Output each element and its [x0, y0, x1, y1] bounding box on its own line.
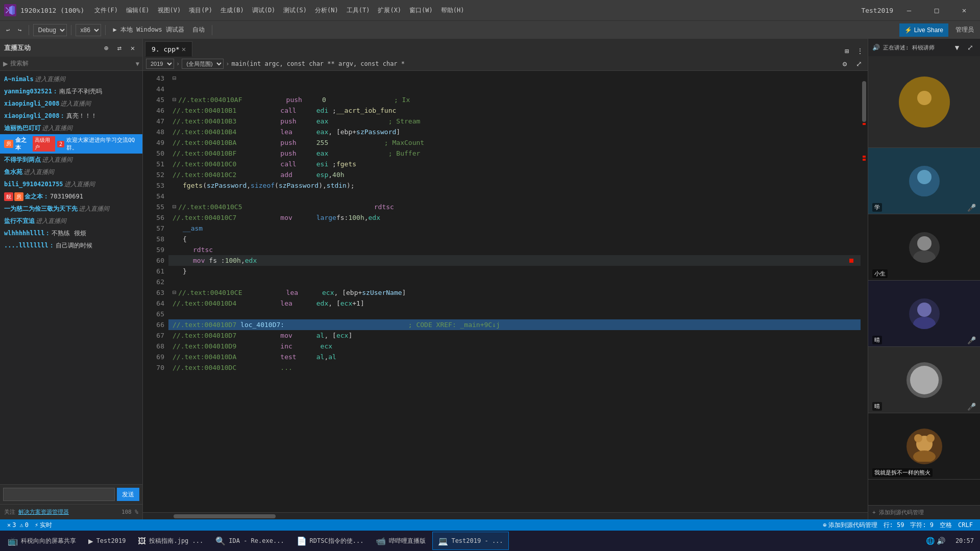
collapse-icon[interactable]: ⊟: [173, 287, 176, 298]
code-addr: //.text:004010DC: [173, 362, 280, 373]
code-reg: eax: [316, 127, 328, 137]
menu-project[interactable]: 项目(P): [185, 4, 216, 17]
taskbar-item-bilibili[interactable]: 📹 哔哔哩直播版: [370, 532, 431, 550]
taskbar-item-jpg[interactable]: 🖼 投稿指南.jpg ...: [132, 532, 209, 550]
menu-analyze[interactable]: 分析(N): [311, 4, 342, 17]
panel-close-icon[interactable]: ✕: [127, 42, 138, 54]
code-line: //.text:004010DA test al , al: [168, 352, 861, 362]
redo-button[interactable]: ↪: [15, 23, 24, 37]
list-item: ....llllllll： 自己调的时候: [0, 239, 142, 252]
scrollbar-vertical[interactable]: [861, 71, 868, 512]
list-item: 迪丽热巴叮叮 进入直播间: [0, 122, 142, 134]
add-code-label[interactable]: + 添加到源代码管理: [872, 509, 924, 516]
code-line: ⊟ //.text:004010C5 rdtsc: [168, 202, 861, 212]
status-spaces[interactable]: 空格: [937, 519, 955, 531]
run-button[interactable]: ▶ 本地 Windows 调试器: [110, 23, 187, 37]
minimize-button[interactable]: —: [897, 0, 921, 20]
code-comment: ; Stream: [328, 116, 420, 127]
hscroll-thumb[interactable]: [174, 514, 276, 518]
debug-mode-select[interactable]: Debug: [33, 24, 67, 36]
right-panel-footer[interactable]: + 添加到源代码管理: [868, 505, 980, 519]
chat-text: 真亮！！！: [66, 111, 97, 120]
manage-button[interactable]: 管理员: [952, 23, 977, 37]
announce-user: 金之本: [15, 136, 31, 152]
tab-9cpp[interactable]: 9. cpp* ✕: [145, 41, 192, 57]
video-item-gray: 🎤 晴: [868, 347, 980, 413]
video-name-qing2: 晴: [872, 402, 882, 411]
open-brace: {: [183, 234, 187, 244]
menu-edit[interactable]: 编辑(E): [122, 4, 154, 17]
taskbar-item-rdtsc[interactable]: 📄 RDTSC指令的使...: [291, 532, 370, 550]
chat-input[interactable]: [3, 488, 115, 501]
taskbar-item-ida[interactable]: 🔍 IDA - Re.exe...: [210, 532, 289, 550]
right-panel-expand[interactable]: ⤢: [965, 42, 976, 53]
chat-action: 进入直播间: [42, 155, 72, 164]
menu-build[interactable]: 生成(B): [216, 4, 248, 17]
editor-split-icon[interactable]: ⊞: [841, 45, 852, 57]
menu-tools[interactable]: 工具(T): [342, 4, 374, 17]
menu-file[interactable]: 文件(F): [90, 4, 122, 17]
menu-test[interactable]: 测试(S): [279, 4, 311, 17]
chat-username: 盐行不宜追: [4, 216, 35, 226]
title-text: Test2019: [861, 7, 893, 14]
taskbar-item-screen[interactable]: 📺 科税向向的屏幕共享: [2, 532, 82, 550]
video-item-xue: 学 🎤: [868, 148, 980, 214]
editor-settings-icon[interactable]: ⚙: [839, 58, 850, 69]
platform-select[interactable]: x86: [76, 24, 101, 36]
title-bar: 1920x1012 (100%) 文件(F) 编辑(E) 视图(V) 项目(P)…: [0, 0, 980, 20]
video-name-bear: 我就是拆不一样的熊火: [872, 468, 933, 477]
menu-debug[interactable]: 调试(D): [248, 4, 280, 17]
editor-expand-icon[interactable]: ⤢: [853, 58, 865, 69]
collapse-icon[interactable]: ⊟: [173, 202, 176, 212]
collapse-icon[interactable]: ⊟: [173, 94, 176, 105]
editor-more-icon[interactable]: ⋮: [854, 45, 866, 57]
menu-view[interactable]: 视图(V): [154, 4, 185, 17]
panel-settings-icon[interactable]: ⇄: [114, 42, 125, 54]
taskbar-item-test[interactable]: ▶ Test2019: [83, 532, 131, 550]
list-item: xiaopingli_2008： 真亮！！！: [0, 110, 142, 122]
status-row[interactable]: 行: 59: [880, 519, 908, 531]
video-avatar: [899, 77, 950, 128]
menu-window[interactable]: 窗口(W): [405, 4, 437, 17]
announce-num: 2: [57, 141, 64, 147]
code-reg: al: [316, 352, 325, 362]
status-encoding[interactable]: CRLF: [955, 519, 976, 531]
chat-username: 一为慈二为俭三敬为天下先: [4, 204, 78, 213]
announce-bar: 房 金之本 高级用户 2 欢迎大家进进向学习交流QQ群。: [0, 134, 142, 154]
code-instr: call: [280, 105, 296, 116]
live-share-button[interactable]: ⚡ Live Share: [899, 23, 948, 37]
status-live[interactable]: ⚡ 实时: [32, 519, 55, 531]
status-col[interactable]: 字符: 9: [907, 519, 937, 531]
panel-refresh-icon[interactable]: ⊕: [101, 42, 112, 54]
speaker-icon: 🔊: [872, 44, 880, 51]
code-addr: //.text:004010AF: [178, 94, 286, 105]
right-panel-menu[interactable]: ▼: [951, 42, 963, 53]
maximize-button[interactable]: □: [925, 0, 948, 20]
svg-point-8: [910, 366, 939, 394]
code-instr: push: [286, 94, 302, 105]
status-add-code[interactable]: ⊕ 添加到源代码管理: [820, 519, 880, 531]
code-content[interactable]: ⊟ ⊟ //.text:004010AF push 0 ; Ix: [168, 71, 861, 512]
auto-button[interactable]: 自动: [189, 23, 208, 37]
code-instr: lea: [286, 287, 298, 298]
scrollbar-thumb[interactable]: [862, 81, 866, 122]
separator-1: [29, 25, 29, 35]
horizontal-scrollbar[interactable]: [143, 512, 868, 519]
send-button[interactable]: 发送: [117, 488, 139, 501]
code-var: szPassword: [207, 180, 247, 191]
close-button[interactable]: ✕: [952, 0, 976, 20]
year-select[interactable]: 2019: [146, 59, 174, 69]
tab-close-icon[interactable]: ✕: [182, 45, 186, 53]
scope-select[interactable]: (全局范围): [182, 59, 224, 69]
collapse-icon[interactable]: ⊟: [173, 73, 176, 84]
status-errors[interactable]: ✕ 3 ⚠ 0: [4, 519, 32, 531]
code-addr: //.text:004010B3: [173, 116, 280, 127]
menu-extensions[interactable]: 扩展(X): [374, 4, 405, 17]
menu-help[interactable]: 帮助(H): [437, 4, 469, 17]
undo-button[interactable]: ↩: [3, 23, 13, 37]
code-reg: eax: [316, 116, 328, 127]
video-mic-qing1: 🎤: [967, 336, 976, 344]
solution-link[interactable]: 解决方案资源管理器: [18, 508, 69, 516]
chat-username: 不得学到两点: [4, 155, 41, 164]
taskbar-item-test2019[interactable]: 💻 Test2019 - ...: [432, 532, 508, 550]
